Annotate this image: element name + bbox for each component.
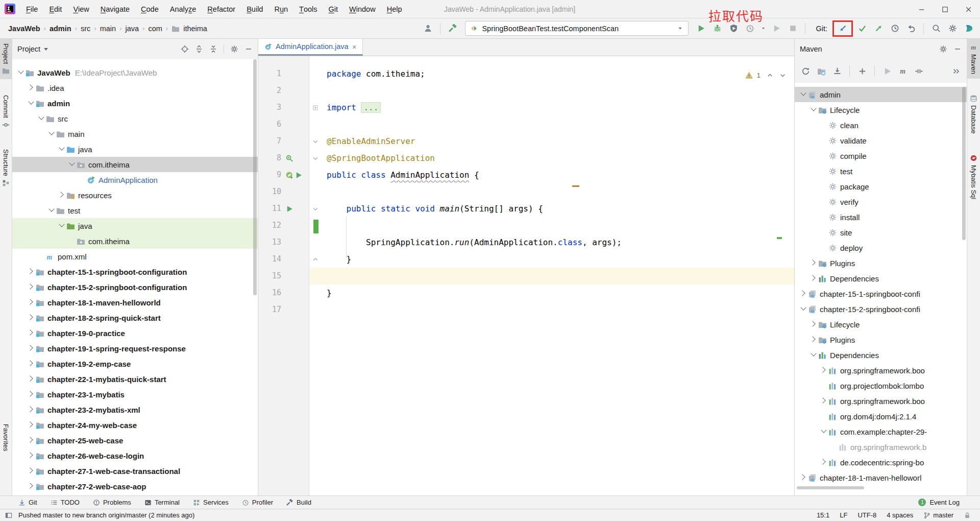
- code-line-2[interactable]: 2: [258, 82, 794, 99]
- breadcrumb-admin[interactable]: admin: [50, 25, 71, 33]
- maven-item-verify[interactable]: verify: [795, 194, 967, 209]
- chevron-expanded-icon[interactable]: [57, 221, 66, 230]
- code-line-1[interactable]: 1package com.itheima;: [258, 65, 794, 82]
- caret-position[interactable]: 15:1: [817, 511, 829, 519]
- maven-item-org-springframework-b[interactable]: org.springframework.b: [795, 439, 967, 455]
- chevron-expanded-icon[interactable]: [47, 129, 56, 138]
- project-item-resources[interactable]: resources: [12, 187, 258, 203]
- code-line-15[interactable]: 15: [258, 268, 794, 285]
- code-line-13[interactable]: 13 SpringApplication.run(AdminApplicatio…: [258, 234, 794, 251]
- maven-item-deploy[interactable]: deploy: [795, 240, 967, 255]
- tool-tab-maven[interactable]: m Maven: [967, 39, 980, 79]
- git-update-project-button[interactable]: [837, 23, 848, 34]
- tool-tab-profiler[interactable]: Profiler: [242, 499, 273, 506]
- menu-view[interactable]: View: [67, 0, 94, 18]
- menu-refactor[interactable]: Refactor: [202, 0, 241, 18]
- maven-item-clean[interactable]: clean: [795, 117, 967, 133]
- code-line-8[interactable]: 8@SpringBootApplication: [258, 150, 794, 167]
- chevron-collapsed-icon[interactable]: [27, 374, 36, 384]
- chevron-collapsed-icon[interactable]: [27, 482, 36, 491]
- breadcrumb-javaweb[interactable]: JavaWeb: [8, 25, 40, 33]
- menu-window[interactable]: Window: [344, 0, 381, 18]
- project-item-test[interactable]: test: [12, 203, 258, 218]
- chevron-collapsed-icon[interactable]: [27, 83, 36, 92]
- chevron-collapsed-icon[interactable]: [799, 289, 808, 298]
- expand-all-icon[interactable]: [195, 45, 203, 53]
- chevron-collapsed-icon[interactable]: [27, 328, 36, 338]
- line-ending[interactable]: LF: [840, 511, 847, 519]
- gear-icon[interactable]: [939, 45, 947, 53]
- chevron-down-icon[interactable]: [44, 48, 48, 51]
- code-line-10[interactable]: 10: [258, 183, 794, 200]
- run-icon[interactable]: [295, 171, 303, 179]
- close-button[interactable]: [957, 0, 980, 18]
- chevron-collapsed-icon[interactable]: [27, 436, 36, 445]
- project-item-main[interactable]: main: [12, 126, 258, 141]
- tool-tab-todo[interactable]: TODO: [51, 499, 80, 506]
- menu-run[interactable]: Run: [268, 0, 293, 18]
- maven-item-chapter-18-1-maven-helloworl[interactable]: mchapter-18-1-maven-helloworl: [795, 470, 967, 485]
- maven-item-dependencies[interactable]: Dependencies: [795, 347, 967, 363]
- project-item-chapter-15-1-springboot-configuration[interactable]: chapter-15-1-springboot-configuration: [12, 264, 258, 279]
- run-button[interactable]: [694, 21, 708, 36]
- chevron-collapsed-icon[interactable]: [819, 396, 828, 406]
- chevron-collapsed-icon[interactable]: [819, 458, 828, 467]
- menu-file[interactable]: File: [20, 0, 43, 18]
- chevron-collapsed-icon[interactable]: [27, 466, 36, 476]
- tool-tab-git[interactable]: Git: [18, 499, 37, 506]
- chevron-expanded-icon[interactable]: [47, 206, 56, 215]
- run-disabled-button[interactable]: [769, 21, 783, 36]
- user-account-button[interactable]: [421, 21, 435, 36]
- project-item-src[interactable]: src: [12, 111, 258, 126]
- chevron-collapsed-icon[interactable]: [809, 335, 818, 344]
- settings-button[interactable]: [945, 21, 960, 36]
- code-line-12[interactable]: 12: [258, 217, 794, 234]
- menu-git[interactable]: Git: [323, 0, 344, 18]
- breadcrumb-com[interactable]: com: [148, 25, 162, 33]
- project-item-chapter-19-1-spring-request-response[interactable]: chapter-19-1-spring-request-response: [12, 341, 258, 356]
- close-tab-icon[interactable]: ×: [352, 43, 357, 51]
- project-item-chapter-22-1-mybatis-quick-start[interactable]: chapter-22-1-mybatis-quick-start: [12, 371, 258, 387]
- chevron-collapsed-icon[interactable]: [27, 359, 36, 368]
- project-item-chapter-18-2-spring-quick-start[interactable]: chapter-18-2-spring-quick-start: [12, 310, 258, 325]
- chevron-collapsed-icon[interactable]: [27, 420, 36, 430]
- maven-item-org-springframework-boo[interactable]: org.springframework.boo: [795, 363, 967, 378]
- maven-execute-goal-button[interactable]: m: [896, 64, 910, 78]
- previous-warning-icon[interactable]: [767, 72, 773, 79]
- event-log-button[interactable]: 1 Event Log: [918, 499, 960, 506]
- chevron-expanded-icon[interactable]: [809, 105, 818, 114]
- git-commit-button[interactable]: [855, 21, 869, 36]
- maven-item-org-dom4j-dom4j-2-1-4[interactable]: org.dom4j:dom4j:2.1.4: [795, 409, 967, 424]
- project-scrollbar[interactable]: [253, 59, 257, 295]
- breadcrumb-itheima[interactable]: itheima: [183, 25, 207, 33]
- project-item-chapter-19-0-practice[interactable]: chapter-19-0-practice: [12, 325, 258, 341]
- menu-navigate[interactable]: Navigate: [95, 0, 135, 18]
- project-item-chapter-19-2-emp-case[interactable]: chapter-19-2-emp-case: [12, 356, 258, 371]
- fold-marker-icon[interactable]: [312, 105, 318, 111]
- chevron-collapsed-icon[interactable]: [27, 344, 36, 353]
- fold-marker-icon[interactable]: [312, 256, 318, 263]
- code-line-9[interactable]: 9public class AdminApplication {: [258, 167, 794, 183]
- chevron-expanded-icon[interactable]: [809, 350, 818, 360]
- project-item-javaweb[interactable]: JavaWebE:\IdeaProject\JavaWeb: [12, 65, 258, 80]
- next-warning-icon[interactable]: [779, 72, 786, 79]
- code-line-6[interactable]: 6: [258, 116, 794, 133]
- maven-item-package[interactable]: package: [795, 179, 967, 194]
- chevron-expanded-icon[interactable]: [16, 68, 26, 77]
- file-encoding[interactable]: UTF-8: [857, 511, 876, 519]
- maven-item-install[interactable]: install: [795, 209, 967, 225]
- project-item-adminapplication[interactable]: AdminApplication: [12, 172, 258, 187]
- maven-add-button[interactable]: [855, 64, 869, 78]
- toolwindow-toggle-icon[interactable]: [5, 512, 12, 519]
- git-rollback-button[interactable]: [904, 21, 918, 36]
- chevron-collapsed-icon[interactable]: [27, 282, 36, 292]
- gear-icon[interactable]: [230, 45, 238, 53]
- code-line-11[interactable]: 11 public static void main(String[] args…: [258, 200, 794, 217]
- project-item-chapter-23-1-mybatis[interactable]: chapter-23-1-mybatis: [12, 387, 258, 402]
- tool-tab-services[interactable]: Services: [193, 499, 229, 506]
- stop-button[interactable]: [786, 21, 800, 36]
- chevron-expanded-icon[interactable]: [799, 304, 808, 314]
- chevron-collapsed-icon[interactable]: [57, 191, 66, 200]
- project-item-java[interactable]: java: [12, 218, 258, 233]
- code-line-14[interactable]: 14 }: [258, 251, 794, 268]
